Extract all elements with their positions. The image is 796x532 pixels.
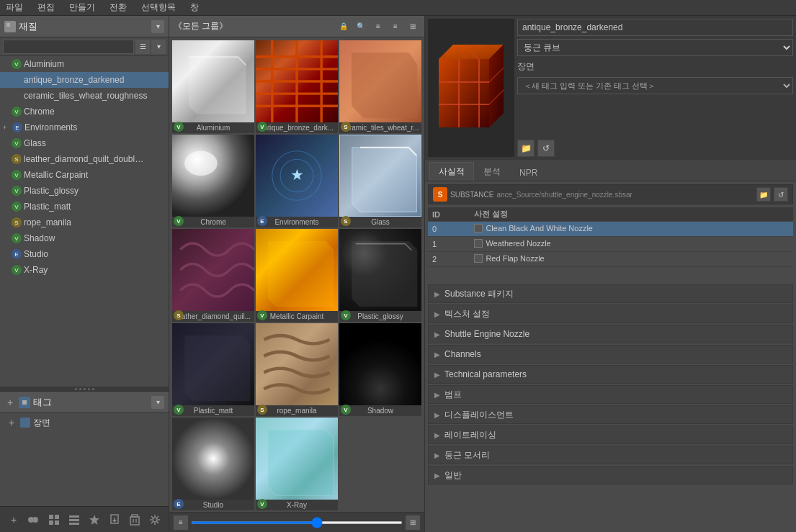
spacer-icon2 xyxy=(12,91,22,101)
tree-item-leather[interactable]: S leather_diamond_quilt_double_stitch xyxy=(0,151,169,167)
grid-size-btn[interactable]: ⊞ xyxy=(406,515,420,530)
prop-section-raytracing[interactable]: ▶ 레이트레이싱 xyxy=(428,425,793,444)
xray-v-icon: V xyxy=(12,265,22,275)
center-lock-btn[interactable]: 🔒 xyxy=(336,19,351,34)
delete-btn[interactable] xyxy=(127,511,143,528)
prop-section-technical[interactable]: ▶ Technical parameters xyxy=(428,365,793,384)
tag-panel-title: 태그 xyxy=(33,396,148,409)
scene-item-scene[interactable]: + 장면 xyxy=(0,415,169,430)
size-slider[interactable] xyxy=(191,521,403,524)
substance-folder-btn[interactable]: 📁 xyxy=(756,187,771,202)
grid-item-plastic-matt[interactable]: V Plastic_matt xyxy=(172,323,254,416)
menu-create[interactable]: 만들기 xyxy=(66,1,98,14)
grid-icon-metallic: V xyxy=(257,310,267,320)
tree-item-plastic-matt[interactable]: V Plastic_matt xyxy=(0,199,169,215)
table-row-0[interactable]: 0 Clean Black And White Nozzle xyxy=(428,222,793,237)
prop-section-displacement[interactable]: ▶ 디스플레이스먼트 xyxy=(428,405,793,424)
tree-item-aluminium[interactable]: V Aluminium xyxy=(0,56,169,72)
section-arrow-4: ▶ xyxy=(434,371,440,379)
grid-item-aluminium[interactable]: V Aluminium xyxy=(172,40,254,133)
menu-window[interactable]: 창 xyxy=(187,1,202,14)
grid-label-rope: rope_manila xyxy=(256,405,338,416)
grid-item-chrome[interactable]: V Chrome xyxy=(172,135,254,227)
menu-file[interactable]: 파일 xyxy=(3,1,26,14)
list-view-btn[interactable] xyxy=(66,511,82,528)
tree-item-xray[interactable]: V X-Ray xyxy=(0,262,169,278)
tag-panel-dropdown[interactable]: ▾ xyxy=(151,396,164,409)
tree-item-chrome[interactable]: V Chrome xyxy=(0,104,169,120)
duplicate-btn[interactable] xyxy=(26,511,42,528)
settings-btn[interactable] xyxy=(147,511,163,528)
grid-item-shadow[interactable]: V Shadow xyxy=(339,323,421,416)
grid-item-environments[interactable]: ★ E Environments xyxy=(256,135,338,227)
grid-item-plastic-glossy[interactable]: V Plastic_glossy xyxy=(339,229,421,322)
menu-convert[interactable]: 전환 xyxy=(107,1,130,14)
grid-label-container-glass: S Glass xyxy=(339,217,421,227)
prop-section-texture[interactable]: ▶ 텍스처 설정 xyxy=(428,305,793,323)
tag-add-btn[interactable]: + xyxy=(4,397,16,408)
tree-item-plastic-glossy[interactable]: V Plastic_glossy xyxy=(0,183,169,199)
sort-btn[interactable]: ▾ xyxy=(151,40,166,54)
tree-item-rope[interactable]: S rope_manila xyxy=(0,215,169,230)
material-panel-icon xyxy=(4,21,16,32)
material-name-input[interactable] xyxy=(517,19,793,36)
grid-label-container-shadow: V Shadow xyxy=(339,405,421,416)
section-label-8: 둥근 모서리 xyxy=(444,449,490,461)
tag-select[interactable]: ＜새 태그 입력 또는 기존 태그 선택＞ xyxy=(517,77,793,94)
grid-item-metallic[interactable]: V Metallic Carpaint xyxy=(256,229,338,322)
menu-selection[interactable]: 선택항목 xyxy=(138,1,179,14)
grid-view-btn[interactable] xyxy=(46,511,62,528)
tab-npr[interactable]: NPR xyxy=(510,164,547,181)
prop-section-shuttle[interactable]: ▶ Shuttle Engine Nozzle xyxy=(428,325,793,343)
tree-item-studio[interactable]: E Studio xyxy=(0,246,169,262)
shape-select[interactable]: 둥근 큐브 xyxy=(517,39,793,56)
filter-btn[interactable]: ☰ xyxy=(135,40,150,54)
grid-item-bronze[interactable]: V antique_bronze_dark... xyxy=(256,40,338,133)
tree-item-metallic[interactable]: V Metallic Carpaint xyxy=(0,167,169,183)
tree-item-shadow[interactable]: V Shadow xyxy=(0,230,169,246)
grid-item-studio[interactable]: E Studio xyxy=(172,418,254,510)
grid-item-ceramic[interactable]: S ceramic_tiles_wheat_r... xyxy=(339,40,421,133)
center-list-btn[interactable]: ≡ xyxy=(388,19,403,34)
prop-section-channels[interactable]: ▶ Channels xyxy=(428,345,793,364)
tree-item-antique-bronze[interactable]: antique_bronze_darkened xyxy=(0,72,169,88)
tab-analysis[interactable]: 분석 xyxy=(474,162,510,181)
star-btn[interactable] xyxy=(86,511,102,528)
preview-actions: 📁 ↺ xyxy=(517,140,793,157)
search-input[interactable] xyxy=(3,40,134,54)
table-row-1[interactable]: 1 Weathered Nozzle xyxy=(428,237,793,252)
grid-item-xray[interactable]: V X-Ray xyxy=(256,418,338,510)
folder-btn[interactable]: 📁 xyxy=(517,140,535,157)
tree-item-glass[interactable]: V Glass xyxy=(0,135,169,151)
add-material-btn[interactable]: + xyxy=(6,511,22,528)
tree-label-environments: Environments xyxy=(24,122,77,132)
grid-item-leather[interactable]: S leather_diamond_quil... xyxy=(172,229,254,322)
section-arrow-5: ▶ xyxy=(434,391,440,399)
center-filter-btn[interactable]: ≡ xyxy=(371,19,385,34)
tree-item-environments[interactable]: + E Environments xyxy=(0,120,169,135)
grid-item-rope[interactable]: S rope_manila xyxy=(256,323,338,416)
section-label-0: Substance 패키지 xyxy=(444,288,514,300)
material-panel-dropdown[interactable]: ▾ xyxy=(151,20,164,33)
import-btn[interactable] xyxy=(107,511,122,528)
tab-realistic[interactable]: 사실적 xyxy=(429,162,474,181)
tree-label-leather: leather_diamond_quilt_double_stitch xyxy=(24,154,146,164)
resize-dot2 xyxy=(79,388,81,390)
scene-add-btn[interactable]: + xyxy=(6,417,17,428)
table-row-2[interactable]: 2 Red Flap Nozzle xyxy=(428,252,793,267)
prop-section-substance-package[interactable]: ▶ Substance 패키지 xyxy=(428,284,793,303)
substance-refresh-btn[interactable]: ↺ xyxy=(774,187,788,202)
expand-icon: + xyxy=(3,124,10,131)
center-search-btn[interactable]: 🔍 xyxy=(354,19,368,34)
refresh-btn[interactable]: ↺ xyxy=(537,140,555,157)
grid-label-container-studio: E Studio xyxy=(172,500,254,510)
grid-item-glass[interactable]: S Glass xyxy=(339,135,421,227)
grid-label-container-bronze: V antique_bronze_dark... xyxy=(256,122,338,133)
center-grid-btn[interactable]: ⊞ xyxy=(406,19,420,34)
menu-edit[interactable]: 편집 xyxy=(35,1,58,14)
tree-item-ceramic[interactable]: ceramic_tiles_wheat_roughness xyxy=(0,88,169,104)
prop-section-general[interactable]: ▶ 일반 xyxy=(428,466,793,484)
prop-section-bump[interactable]: ▶ 범프 xyxy=(428,385,793,404)
center-list-icon[interactable]: ≡ xyxy=(174,515,188,530)
prop-section-round-corners[interactable]: ▶ 둥근 모서리 xyxy=(428,446,793,464)
